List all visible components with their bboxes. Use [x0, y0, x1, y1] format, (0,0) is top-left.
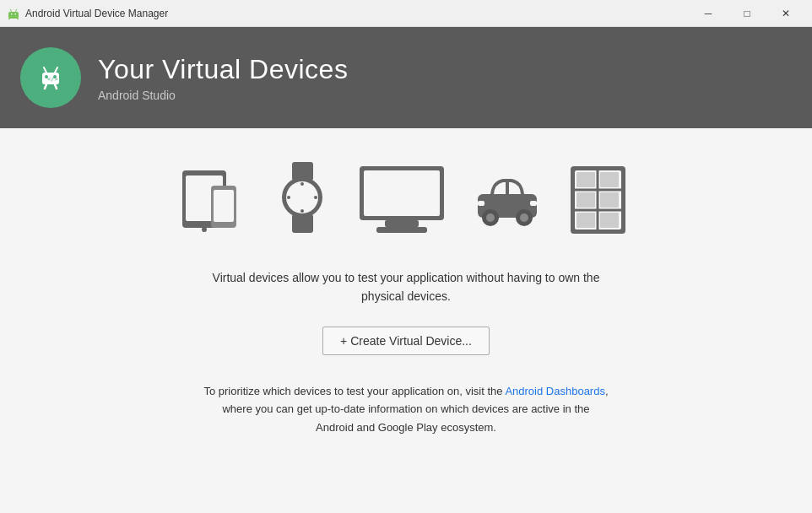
create-virtual-device-button[interactable]: + Create Virtual Device...: [322, 327, 490, 355]
svg-rect-46: [577, 213, 595, 228]
page-title: Your Virtual Devices: [98, 54, 348, 85]
maximize-button[interactable]: □: [728, 0, 766, 27]
bottom-description: To prioritize which devices to test your…: [203, 382, 609, 436]
svg-point-14: [202, 227, 207, 232]
svg-point-20: [286, 181, 318, 213]
logo-icon: </>: [31, 58, 70, 97]
app-title: Android Virtual Device Manager: [25, 8, 168, 19]
tv-icon: [355, 162, 448, 241]
svg-text:</>: </>: [47, 76, 58, 83]
app-subtitle: Android Studio: [98, 89, 348, 102]
svg-rect-21: [292, 214, 313, 233]
svg-rect-36: [530, 201, 537, 206]
svg-point-2: [15, 13, 17, 14]
bottom-text-1: To prioritize which devices to test your…: [203, 385, 505, 397]
svg-rect-0: [8, 12, 19, 19]
close-button[interactable]: ✕: [766, 0, 805, 27]
car-icon: [474, 162, 541, 241]
android-dashboards-link[interactable]: Android Dashboards: [505, 385, 605, 397]
title-bar: Android Virtual Device Manager ─ □ ✕: [0, 0, 812, 27]
window-controls: ─ □ ✕: [689, 0, 805, 27]
devices-row: [182, 162, 630, 241]
svg-point-22: [300, 182, 304, 186]
header: </> Your Virtual Devices Android Studio: [0, 27, 812, 128]
svg-rect-28: [385, 220, 419, 227]
android-studio-logo: </>: [20, 47, 81, 108]
svg-rect-16: [214, 190, 234, 222]
foldable-icon: [566, 162, 630, 241]
svg-point-17: [222, 223, 226, 227]
svg-rect-45: [600, 192, 619, 208]
svg-rect-42: [577, 172, 595, 187]
svg-rect-29: [376, 227, 427, 233]
svg-point-32: [486, 213, 495, 222]
watch-icon: [275, 162, 330, 241]
description-text: Virtual devices allow you to test your a…: [203, 268, 609, 306]
svg-rect-47: [600, 213, 619, 228]
svg-rect-43: [600, 172, 619, 187]
svg-point-23: [300, 209, 304, 213]
header-text: Your Virtual Devices Android Studio: [98, 54, 348, 102]
phone-tablet-icon: [182, 162, 250, 241]
svg-rect-35: [478, 201, 484, 206]
svg-point-25: [314, 196, 317, 199]
android-logo-icon: [7, 7, 20, 20]
minimize-button[interactable]: ─: [689, 0, 728, 27]
svg-rect-27: [364, 170, 440, 216]
svg-point-1: [11, 13, 13, 14]
title-bar-left: Android Virtual Device Manager: [7, 7, 168, 20]
main-content: Virtual devices allow you to test your a…: [0, 128, 812, 513]
svg-point-24: [287, 196, 290, 199]
svg-point-34: [520, 213, 528, 222]
svg-rect-44: [577, 192, 595, 208]
